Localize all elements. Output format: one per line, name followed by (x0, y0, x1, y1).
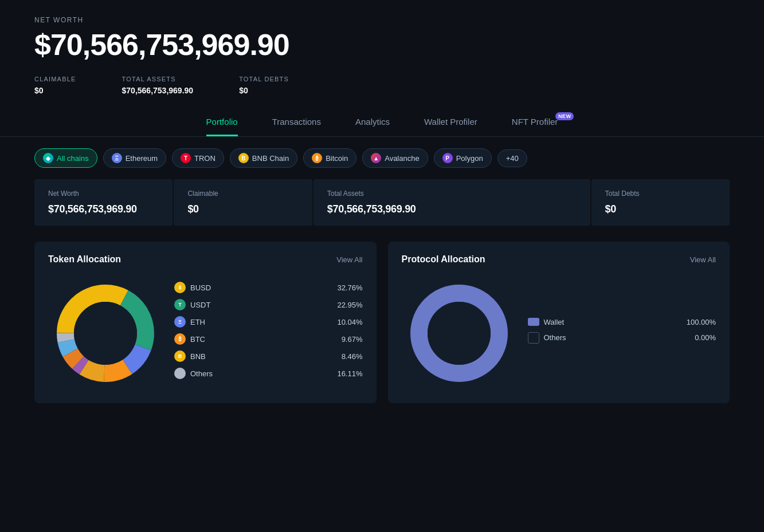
legend-eth: Ξ ETH 10.04% (174, 316, 363, 328)
token-donut-svg (48, 276, 163, 391)
protocol-donut-chart (402, 276, 516, 391)
bnb-pct: 8.46% (342, 352, 363, 361)
protocol-allocation-content: Wallet 100.00% Others 0.00% (402, 276, 716, 391)
others-protocol-name: Others (544, 333, 691, 342)
stat-net-worth-value: $70,566,753,969.90 (48, 203, 159, 215)
chain-polygon[interactable]: P Polygon (434, 148, 492, 168)
chain-all[interactable]: ◆ All chains (34, 148, 97, 168)
others-protocol-icon (528, 332, 539, 344)
stats-grid: Net Worth $70,566,753,969.90 Claimable $… (0, 179, 764, 226)
stat-total-assets: Total Assets $70,566,753,969.90 (314, 179, 590, 226)
chain-avalanche[interactable]: ▲ Avalanche (362, 148, 428, 168)
others-protocol-pct: 0.00% (695, 333, 716, 342)
top-section: NET WORTH $70,566,753,969.90 CLAIMABLE $… (0, 0, 764, 107)
net-worth-value: $70,566,753,969.90 (34, 27, 730, 62)
svg-point-9 (74, 302, 137, 365)
svg-point-11 (428, 302, 491, 365)
legend-others: Others 16.11% (174, 368, 363, 379)
legend-wallet: Wallet 100.00% (528, 318, 716, 326)
nav-bar: Portfolio Transactions Analytics Wallet … (0, 107, 764, 137)
legend-bnb: B BNB 8.46% (174, 350, 363, 362)
chain-tron[interactable]: T TRON (172, 148, 224, 168)
bnb-icon: B (238, 153, 249, 163)
stat-net-worth: Net Worth $70,566,753,969.90 (34, 179, 173, 226)
total-assets-label: TOTAL ASSETS (122, 76, 194, 82)
tab-analytics[interactable]: Analytics (355, 107, 390, 136)
eth-name: ETH (190, 318, 332, 326)
btc-legend-icon: ₿ (174, 333, 186, 345)
total-assets-value: $70,566,753,969.90 (122, 86, 194, 95)
tab-wallet-profiler[interactable]: Wallet Profiler (424, 107, 477, 136)
chain-ethereum[interactable]: Ξ Ethereum (103, 148, 166, 168)
busd-name: BUSD (190, 283, 332, 292)
claimable-label: CLAIMABLE (34, 76, 76, 82)
chain-more[interactable]: +40 (497, 149, 527, 167)
btc-icon: ₿ (312, 153, 322, 163)
total-debts-label: TOTAL DEBTS (239, 76, 289, 82)
net-worth-label: NET WORTH (34, 16, 730, 24)
others-token-name: Others (190, 369, 332, 378)
token-legend: $ BUSD 32.76% T USDT 22.95% Ξ ETH 10.04%… (174, 282, 363, 385)
token-view-all[interactable]: View All (336, 255, 362, 264)
total-debts-summary: TOTAL DEBTS $0 (239, 76, 289, 95)
stat-total-assets-value: $70,566,753,969.90 (327, 203, 577, 215)
token-donut-chart (48, 276, 163, 391)
tab-portfolio[interactable]: Portfolio (206, 107, 238, 136)
btc-pct: 9.67% (342, 335, 363, 344)
wallet-name: Wallet (544, 318, 682, 326)
bnb-legend-icon: B (174, 350, 186, 362)
allocation-section: Token Allocation View All (0, 242, 764, 403)
stat-claimable-value: $0 (187, 203, 298, 215)
wallet-icon (528, 318, 539, 326)
total-debts-value: $0 (239, 86, 289, 95)
protocol-legend: Wallet 100.00% Others 0.00% (528, 318, 716, 349)
btc-name: BTC (190, 335, 337, 344)
bnb-name: BNB (190, 352, 337, 361)
usdt-pct: 22.95% (337, 301, 362, 309)
legend-usdt: T USDT 22.95% (174, 299, 363, 310)
polygon-icon: P (442, 153, 453, 163)
stat-total-assets-label: Total Assets (327, 190, 577, 198)
total-assets-summary: TOTAL ASSETS $70,566,753,969.90 (122, 76, 194, 95)
tab-transactions[interactable]: Transactions (272, 107, 321, 136)
summary-row: CLAIMABLE $0 TOTAL ASSETS $70,566,753,96… (34, 76, 730, 95)
eth-legend-icon: Ξ (174, 316, 186, 328)
token-allocation-title: Token Allocation (48, 254, 121, 265)
usdt-name: USDT (190, 301, 332, 309)
tron-icon: T (181, 153, 191, 163)
chains-row: ◆ All chains Ξ Ethereum T TRON B BNB Cha… (0, 137, 764, 179)
wallet-pct: 100.00% (687, 318, 716, 326)
eth-pct: 10.04% (337, 318, 362, 326)
stat-total-debts-value: $0 (605, 203, 716, 215)
chain-bitcoin[interactable]: ₿ Bitcoin (303, 148, 356, 168)
protocol-view-all[interactable]: View All (690, 255, 716, 264)
busd-icon: $ (174, 282, 186, 293)
claimable-value: $0 (34, 86, 76, 95)
token-allocation-content: $ BUSD 32.76% T USDT 22.95% Ξ ETH 10.04%… (48, 276, 363, 391)
protocol-allocation-card: Protocol Allocation View All Wallet 100.… (388, 242, 730, 403)
protocol-allocation-title: Protocol Allocation (402, 254, 485, 265)
claimable-summary: CLAIMABLE $0 (34, 76, 76, 95)
protocol-allocation-header: Protocol Allocation View All (402, 254, 716, 265)
stat-net-worth-label: Net Worth (48, 190, 159, 198)
avax-icon: ▲ (371, 153, 381, 163)
allchains-icon: ◆ (43, 153, 53, 163)
busd-pct: 32.76% (337, 283, 362, 292)
chain-bnb[interactable]: B BNB Chain (230, 148, 297, 168)
legend-protocol-others: Others 0.00% (528, 332, 716, 344)
new-badge: NEW (555, 112, 574, 120)
legend-busd: $ BUSD 32.76% (174, 282, 363, 293)
legend-btc: ₿ BTC 9.67% (174, 333, 363, 345)
tab-nft-profiler[interactable]: NFT Profiler NEW (512, 107, 558, 136)
others-token-icon (174, 368, 186, 379)
protocol-donut-svg (402, 276, 516, 391)
token-allocation-header: Token Allocation View All (48, 254, 363, 265)
stat-total-debts: Total Debts $0 (591, 179, 730, 226)
stat-claimable: Claimable $0 (174, 179, 312, 226)
stat-claimable-label: Claimable (187, 190, 298, 198)
token-allocation-card: Token Allocation View All (34, 242, 377, 403)
stat-total-debts-label: Total Debts (605, 190, 716, 198)
usdt-icon: T (174, 299, 186, 310)
others-token-pct: 16.11% (337, 369, 362, 378)
eth-icon: Ξ (112, 153, 122, 163)
